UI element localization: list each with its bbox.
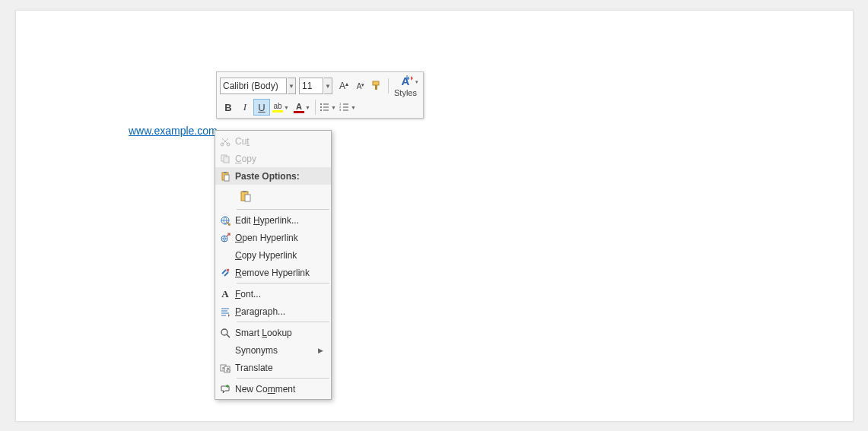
svg-line-31	[227, 334, 230, 338]
underline-button[interactable]: U	[253, 99, 270, 116]
edit-hyperlink-icon	[215, 215, 235, 226]
menu-open-hyperlink-label: Open Hyperlink	[235, 233, 326, 243]
svg-rect-23	[245, 195, 250, 201]
font-color-button[interactable]: A ▼	[291, 99, 313, 116]
remove-hyperlink-icon	[215, 268, 235, 278]
styles-button[interactable]: A ▾ Styles	[391, 74, 420, 97]
menu-remove-hyperlink[interactable]: Remove Hyperlink	[215, 264, 331, 281]
shrink-font-icon: A▾	[357, 82, 365, 90]
menu-synonyms-label: Synonyms	[235, 345, 318, 356]
bold-icon: B	[224, 102, 231, 113]
grow-font-icon: A▴	[339, 81, 348, 91]
menu-edit-hyperlink[interactable]: Edit Hyperlink...	[215, 211, 331, 229]
menu-copy-hyperlink[interactable]: Copy Hyperlink	[215, 246, 331, 264]
menu-font[interactable]: A Font...	[215, 285, 331, 303]
svg-rect-17	[224, 157, 229, 163]
highlight-button[interactable]: ab ▼	[270, 99, 291, 116]
paste-icon	[215, 171, 235, 182]
menu-paste-options-label: Paste Options:	[235, 171, 326, 182]
font-size-select[interactable]: 11	[299, 78, 323, 94]
toolbar-row-1: Calibri (Body) ▼ 11 ▼ A▴ A▾ A	[218, 74, 421, 98]
numbering-icon: 1 2 3	[339, 102, 350, 113]
svg-rect-0	[373, 81, 379, 85]
menu-cut-label: Cut	[235, 136, 326, 147]
numbering-button[interactable]: 1 2 3 ▼	[338, 99, 358, 116]
menu-cut: Cut	[215, 132, 331, 150]
menu-new-comment-label: New Comment	[235, 384, 326, 395]
bold-button[interactable]: B	[220, 99, 237, 116]
paste-keep-source-button[interactable]	[237, 187, 255, 205]
menu-open-hyperlink[interactable]: Open Hyperlink	[215, 229, 331, 246]
menu-edit-hyperlink-label: Edit Hyperlink...	[235, 215, 326, 226]
menu-paragraph[interactable]: Paragraph...	[215, 303, 331, 320]
svg-point-30	[221, 329, 227, 335]
menu-smart-lookup-label: Smart Lookup	[235, 328, 326, 338]
open-hyperlink-icon	[215, 233, 235, 243]
grow-font-button[interactable]: A▴	[335, 78, 352, 94]
format-painter-icon	[371, 80, 383, 92]
svg-text:3: 3	[339, 108, 342, 112]
svg-point-6	[320, 109, 322, 111]
menu-paragraph-label: Paragraph...	[235, 306, 326, 317]
highlight-icon: ab	[272, 102, 283, 113]
menu-translate-label: Translate	[235, 363, 326, 373]
svg-rect-22	[243, 191, 246, 192]
italic-button[interactable]: I	[237, 99, 253, 116]
font-color-icon: A	[294, 102, 304, 113]
bullets-button[interactable]: ▼	[318, 99, 338, 116]
svg-rect-1	[375, 85, 377, 90]
menu-remove-hyperlink-label: Remove Hyperlink	[235, 268, 326, 278]
menu-copy-hyperlink-label: Copy Hyperlink	[235, 250, 326, 261]
paragraph-icon	[215, 306, 235, 317]
menu-font-label: Font...	[235, 289, 326, 299]
toolbar-row-2: B I U ab ▼ A ▼	[218, 98, 421, 116]
italic-icon: I	[243, 101, 246, 113]
hyperlink-text[interactable]: www.example.com	[129, 125, 218, 137]
cut-icon	[215, 136, 235, 147]
font-name-select[interactable]: Calibri (Body)	[220, 78, 287, 94]
styles-icon: A ▾	[402, 74, 410, 88]
underline-icon: U	[258, 102, 265, 113]
font-name-dropdown[interactable]: ▼	[288, 78, 296, 94]
smart-lookup-icon	[215, 328, 235, 338]
svg-rect-19	[224, 172, 227, 173]
font-icon: A	[215, 288, 235, 300]
menu-smart-lookup[interactable]: Smart Lookup	[215, 324, 331, 341]
new-comment-icon	[215, 384, 235, 395]
menu-copy-label: Copy	[235, 154, 326, 164]
menu-new-comment[interactable]: New Comment	[215, 380, 331, 398]
copy-icon	[215, 154, 235, 164]
submenu-arrow-icon: ▶	[318, 347, 326, 354]
paste-options-row	[215, 185, 331, 208]
styles-label: Styles	[394, 88, 417, 97]
menu-synonyms[interactable]: Synonyms ▶	[215, 341, 331, 359]
paste-clipboard-icon	[240, 190, 252, 202]
menu-paste-options-header: Paste Options:	[215, 167, 331, 185]
menu-copy: Copy	[215, 150, 331, 167]
svg-point-4	[320, 106, 322, 108]
shrink-font-button[interactable]: A▾	[352, 78, 369, 94]
svg-rect-20	[224, 175, 229, 181]
menu-translate[interactable]: aあ Translate	[215, 359, 331, 376]
svg-point-2	[320, 103, 322, 105]
format-painter-button[interactable]	[369, 78, 386, 94]
bullets-icon	[320, 102, 330, 113]
svg-text:あ: あ	[226, 367, 231, 372]
translate-icon: aあ	[215, 363, 235, 373]
document-page: www.example.com Calibri (Body) ▼ 11 ▼ A▴…	[15, 10, 854, 422]
mini-toolbar: Calibri (Body) ▼ 11 ▼ A▴ A▾ A	[216, 71, 424, 119]
font-size-dropdown[interactable]: ▼	[324, 78, 332, 94]
context-menu: Cut Copy Paste Options:	[215, 130, 332, 400]
